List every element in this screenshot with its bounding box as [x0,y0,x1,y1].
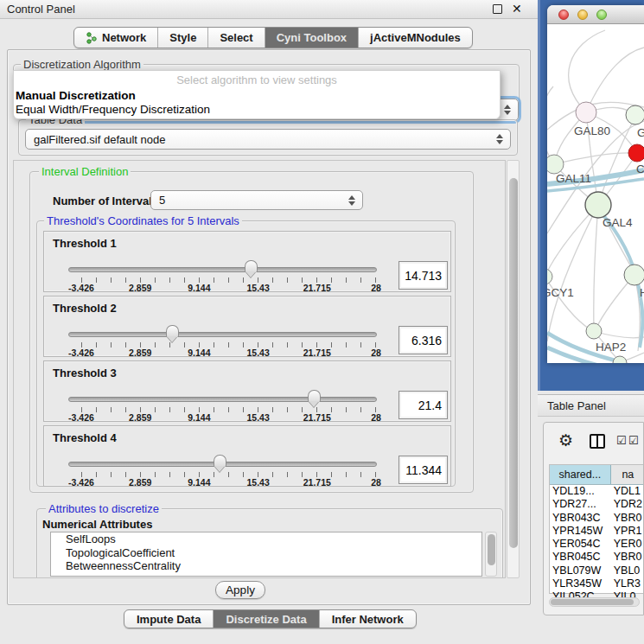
table-row[interactable]: YDR27...YDR2 [550,498,644,511]
table-row[interactable]: YPR145WYPR1 [550,525,644,538]
gear-icon[interactable]: ⚙ [558,431,573,450]
network-canvas[interactable]: GAL80 GA C GAL11 GAL4 GCY1 H HAP2 [547,24,644,363]
list-item[interactable]: SelfLoops [51,532,481,546]
threshold-3-panel: Threshold 3 -3.4262.8599.14415.4321.7152… [43,360,451,422]
threshold-4-slider-thumb[interactable] [214,455,226,473]
tab-label: Cyni Toolbox [277,31,347,44]
threshold-3-value-field[interactable]: 21.4 [399,391,448,419]
slider-tick-labels: -3.4262.8599.14415.4321.71528 [81,412,376,423]
close-icon[interactable]: ✕ [512,2,522,16]
node-label: GAL80 [574,124,610,137]
table-horizontal-scrollbar[interactable] [549,597,640,607]
table-row[interactable]: YBR045CYBR0 [550,551,644,564]
combo-stepper-icon [496,134,504,144]
dropdown-item-manual-discretization[interactable]: Manual Discretization [16,89,136,102]
node-h [624,265,644,285]
number-of-intervals-select[interactable]: 5 [150,190,363,210]
list-item[interactable]: BetweennessCentrality [51,559,481,573]
tab-network[interactable]: Network [74,28,158,48]
node-gal11 [547,155,564,174]
control-panel-titlebar: Control Panel ✕ [0,0,538,19]
group-title: Discretization Algorithm [21,58,143,71]
checkbox-icon[interactable]: ☑ [616,434,627,447]
table-row[interactable]: YLR345WYLR3 [550,577,644,590]
threshold-2-value-field[interactable]: 6.316 [399,326,448,354]
panel-title: Control Panel [7,3,75,16]
threshold-label: Threshold 3 [53,367,117,379]
apply-button[interactable]: Apply [215,581,265,599]
attributes-scrollbar[interactable] [485,532,497,577]
settings-scrollbar[interactable] [507,160,520,578]
scrollbar-thumb[interactable] [488,534,495,565]
node-label: HAP2 [596,341,626,354]
threshold-1-value-field[interactable]: 14.713 [399,261,448,290]
column-header-name[interactable]: na [611,465,644,484]
network-graph: GAL80 GA C GAL11 GAL4 GCY1 H HAP2 [547,24,644,363]
group-title: Attributes to discretize [46,502,162,515]
float-window-icon[interactable] [493,4,502,14]
threshold-4-panel: Threshold 4 -3.4262.8599.14415.4321.7152… [43,425,451,487]
network-window-titlebar[interactable] [547,5,644,24]
close-traffic-light-icon[interactable] [558,10,569,20]
threshold-1-slider-thumb[interactable] [245,260,258,278]
node-partial-right-top [626,105,644,124]
threshold-2-slider-track[interactable] [68,332,377,337]
tab-label: Style [169,31,196,44]
network-icon [86,32,98,44]
tab-infer-network[interactable]: Infer Network [320,610,416,628]
bottom-tab-bar: Impute Data Discretize Data Infer Networ… [124,609,417,628]
dropdown-item-equal-width[interactable]: Equal Width/Frequency Discretization [16,103,210,116]
minimize-traffic-light-icon[interactable] [577,10,588,20]
column-header-shared-name[interactable]: shared... [550,465,611,484]
scrollbar-thumb[interactable] [509,178,518,548]
table-row[interactable]: YDL19...YDL1 [550,485,644,498]
table-data-select[interactable]: galFiltered.sif default node [25,129,511,150]
threshold-3-slider-thumb[interactable] [308,390,321,408]
node-label: C [636,163,644,175]
scrollbar-thumb[interactable] [551,599,634,605]
tab-discretize-data[interactable]: Discretize Data [214,610,319,628]
checkbox-icon[interactable]: ☑ [628,434,639,447]
node-gcy1 [547,269,552,284]
columns-icon[interactable] [590,434,605,449]
algorithm-dropdown-popup: Select algorithm to view settings Manual… [13,70,501,119]
tab-jactivemnodules[interactable]: jActiveMNodules [359,28,472,48]
table-row[interactable]: YER054CYER0 [550,538,644,551]
group-title: Threshold's Coordinates for 5 Intervals [44,214,242,227]
app-root: Control Panel ✕ Network Style Select [0,0,644,644]
tab-cyni-toolbox[interactable]: Cyni Toolbox [265,28,359,48]
table-row[interactable]: YBL079WYBL0 [550,564,644,577]
tab-label: Network [102,31,146,44]
threshold-3-slider-track[interactable] [68,397,377,402]
table-panel: ⚙ ☑ ☑ shared... na YDL19...YDL1 YDR27...… [543,422,644,615]
tab-select[interactable]: Select [208,28,265,48]
threshold-2-slider-thumb[interactable] [166,325,179,343]
attributes-list[interactable]: SelfLoops TopologicalCoefficient Between… [50,532,482,577]
threshold-1-slider-track[interactable] [68,267,377,272]
table-data-value: galFiltered.sif default node [34,133,165,146]
table-row[interactable]: YBR043CYBR0 [550,512,644,525]
zoom-traffic-light-icon[interactable] [596,10,607,20]
network-window-frame: GAL80 GA C GAL11 GAL4 GCY1 H HAP2 [538,0,644,391]
list-item[interactable]: TopologicalCoefficient [51,546,481,560]
tab-label: Select [220,31,252,44]
tab-impute-data[interactable]: Impute Data [124,610,214,628]
node-label: H [640,286,644,299]
threshold-2-panel: Threshold 2 -3.4262.8599.14415.4321.7152… [43,296,451,357]
top-tab-bar: Network Style Select Cyni Toolbox jActiv… [73,27,473,48]
network-window: GAL80 GA C GAL11 GAL4 GCY1 H HAP2 [547,5,644,363]
threshold-label: Threshold 2 [53,302,117,315]
threshold-4-value-field[interactable]: 11.344 [399,456,448,484]
tab-style[interactable]: Style [158,28,208,48]
table-panel-titlebar: Table Panel [538,394,644,417]
table-panel-toolbar: ⚙ ☑ ☑ [544,423,644,461]
attributes-group: Attributes to discretize Numerical Attri… [36,508,503,578]
panel-title: Table Panel [547,399,606,412]
combo-stepper-icon [348,195,356,206]
node-hap2 [586,323,602,339]
node-gal4 [585,192,611,218]
number-of-intervals-value: 5 [159,194,165,207]
settings-viewport: Interval Definition Number of Intervals … [13,160,506,578]
node-label: GA [637,126,644,139]
node-partial-bottom [613,356,627,363]
